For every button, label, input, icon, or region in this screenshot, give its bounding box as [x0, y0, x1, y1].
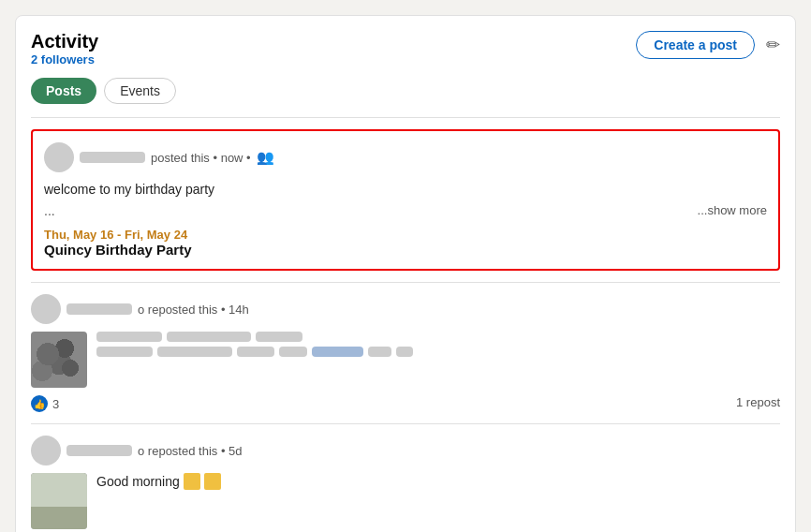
blur-text-2g [396, 347, 413, 357]
reactions-row: 👍 3 1 repost [31, 395, 780, 412]
reaction-count: 3 [52, 397, 59, 411]
blur-text-2e [312, 347, 363, 357]
blur-text-2a [96, 347, 153, 357]
thumbnail-2 [31, 332, 87, 388]
text-line2 [96, 347, 780, 357]
thumbnail-3 [31, 473, 87, 529]
blur-text-2c [237, 347, 274, 357]
post-action-2: o reposted this • 14h [138, 303, 249, 317]
avatar-1 [44, 142, 74, 172]
post-body-ellipsis: ... [44, 203, 55, 218]
edit-icon[interactable]: ✏ [766, 35, 780, 55]
avatar-2 [31, 294, 61, 324]
name-blur-3 [66, 445, 132, 456]
post-3: o reposted this • 5d Good morning [31, 423, 780, 532]
title-area: Activity 2 followers [31, 31, 98, 66]
blur-text-2d [279, 347, 307, 357]
like-icon: 👍 [31, 395, 48, 412]
repost-count: 1 repost [736, 395, 780, 412]
post-text-3: Good morning [96, 473, 780, 490]
name-blur-1 [80, 152, 145, 163]
post-action-3: o reposted this • 5d [138, 444, 243, 458]
event-date: Thu, May 16 - Fri, May 24 [44, 228, 767, 242]
good-morning: Good morning [96, 473, 780, 490]
blur-text-1a [96, 332, 162, 342]
post-text-2 [96, 332, 780, 357]
tab-events[interactable]: Events [104, 78, 176, 104]
post-highlighted: posted this • now • 👥 welcome to my birt… [31, 129, 780, 271]
post-body-1: welcome to my birthday party [44, 180, 767, 200]
show-more-link[interactable]: ...show more [698, 203, 767, 218]
audience-icon: 👥 [257, 149, 274, 166]
text-line1 [96, 332, 780, 342]
post-2: o reposted this • 14h [31, 282, 780, 423]
event-title: Quincy Birthday Party [44, 242, 767, 258]
post-meta-3: o reposted this • 5d [31, 436, 780, 466]
post-action-1: posted this • now • [151, 151, 251, 165]
post-meta-1: posted this • now • 👥 [44, 142, 767, 172]
blur-text-2b [157, 347, 232, 357]
tabs-container: Posts Events [31, 78, 780, 104]
blur-text-1b [167, 332, 251, 342]
create-post-button[interactable]: Create a post [636, 31, 755, 59]
page-title: Activity [31, 31, 98, 52]
followers-count: 2 followers [31, 52, 98, 66]
post-content-2 [31, 332, 780, 388]
emoji-star [204, 473, 221, 490]
blur-text-1c [256, 332, 302, 342]
activity-header: Activity 2 followers Create a post ✏ [31, 31, 780, 66]
blur-text-2f [368, 347, 391, 357]
avatar-3 [31, 436, 61, 466]
name-blur-2 [66, 303, 132, 315]
emoji-sunflower [184, 473, 200, 490]
post-text-main: welcome to my birthday party [44, 182, 214, 197]
header-actions: Create a post ✏ [636, 31, 780, 59]
post-meta-2: o reposted this • 14h [31, 294, 780, 324]
tab-posts[interactable]: Posts [31, 78, 96, 104]
good-morning-text: Good morning [96, 474, 180, 489]
activity-card: Activity 2 followers Create a post ✏ Pos… [15, 15, 796, 532]
reaction-left: 👍 3 [31, 395, 59, 412]
post-content-3: Good morning [31, 473, 780, 529]
